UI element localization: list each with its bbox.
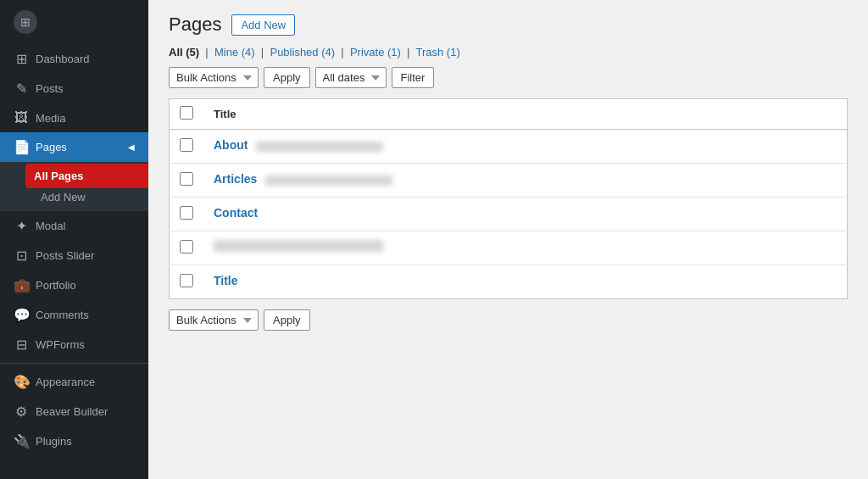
filter-links: All (5) | Mine (4) | Published (4) | Pri… bbox=[169, 46, 848, 58]
sidebar-item-label: Modal bbox=[36, 220, 65, 232]
row-checkbox-cell bbox=[170, 198, 204, 231]
sidebar-item-posts[interactable]: ✎ Posts bbox=[0, 74, 148, 103]
sidebar-item-modal[interactable]: ✦ Modal bbox=[0, 211, 148, 241]
blurred-text bbox=[256, 142, 383, 152]
filter-mine[interactable]: Mine (4) bbox=[214, 46, 255, 58]
sidebar-item-portfolio[interactable]: 💼 Portfolio bbox=[0, 270, 148, 300]
table-row: Articles bbox=[170, 164, 848, 198]
bulk-actions-select-bottom[interactable]: Bulk Actions bbox=[169, 309, 259, 331]
sidebar-item-label: Beaver Builder bbox=[36, 405, 108, 418]
sidebar-item-label: Appearance bbox=[36, 376, 95, 388]
row-checkbox[interactable] bbox=[180, 274, 193, 287]
row-checkbox[interactable] bbox=[180, 138, 193, 152]
sidebar-item-label: Pages bbox=[36, 141, 67, 153]
portfolio-icon: 💼 bbox=[14, 277, 29, 293]
all-dates-select[interactable]: All dates bbox=[315, 67, 387, 88]
main-content: Pages Add New All (5) | Mine (4) | Publi… bbox=[148, 0, 868, 479]
apply-button-top[interactable]: Apply bbox=[264, 67, 310, 88]
row-checkbox[interactable] bbox=[180, 240, 193, 253]
sidebar-item-label: Comments bbox=[36, 309, 89, 321]
sidebar-item-media[interactable]: 🖼 Media bbox=[0, 103, 148, 132]
sidebar-item-label: WPForms bbox=[36, 338, 85, 351]
row-title-cell: About bbox=[203, 130, 848, 164]
appearance-icon: 🎨 bbox=[14, 374, 29, 390]
sidebar-item-posts-slider[interactable]: ⊡ Posts Slider bbox=[0, 241, 148, 270]
sidebar-item-plugins[interactable]: 🔌 Plugins bbox=[0, 426, 148, 456]
blurred-full-text bbox=[214, 240, 383, 252]
comments-icon: 💬 bbox=[14, 307, 29, 323]
posts-icon: ✎ bbox=[14, 81, 29, 97]
sidebar-item-pages[interactable]: 📄 Pages ◀ bbox=[0, 132, 148, 162]
sidebar: ⊞ ⊞ Dashboard ✎ Posts 🖼 Media 📄 Pages ◀ … bbox=[0, 0, 148, 479]
filter-button[interactable]: Filter bbox=[392, 67, 435, 88]
row-checkbox-cell bbox=[170, 164, 204, 198]
filter-published[interactable]: Published (4) bbox=[270, 46, 335, 58]
bottom-toolbar: Bulk Actions Apply bbox=[169, 309, 848, 331]
page-title: Pages bbox=[169, 14, 221, 36]
sidebar-sub-all-pages[interactable]: All Pages bbox=[27, 165, 148, 187]
modal-icon: ✦ bbox=[14, 218, 29, 234]
row-checkbox-cell bbox=[170, 231, 204, 265]
add-new-button[interactable]: Add New bbox=[231, 14, 295, 36]
row-checkbox-cell bbox=[170, 130, 204, 164]
page-link-about[interactable]: About bbox=[214, 138, 248, 152]
sidebar-item-label: Media bbox=[36, 112, 65, 125]
filter-private[interactable]: Private (1) bbox=[350, 46, 401, 58]
row-checkbox[interactable] bbox=[180, 172, 193, 186]
page-header: Pages Add New bbox=[169, 14, 848, 36]
sidebar-item-appearance[interactable]: 🎨 Appearance bbox=[0, 367, 148, 397]
wpforms-icon: ⊟ bbox=[14, 337, 29, 353]
filter-all[interactable]: All (5) bbox=[169, 46, 199, 58]
pages-icon: 📄 bbox=[14, 139, 29, 155]
table-title-header: Title bbox=[203, 99, 848, 130]
sidebar-item-comments[interactable]: 💬 Comments bbox=[0, 300, 148, 330]
page-link-contact[interactable]: Contact bbox=[214, 206, 258, 220]
sidebar-item-label: Dashboard bbox=[36, 53, 90, 65]
media-icon: 🖼 bbox=[14, 110, 29, 125]
row-checkbox[interactable] bbox=[180, 206, 193, 220]
sidebar-item-wpforms[interactable]: ⊟ WPForms bbox=[0, 330, 148, 359]
sidebar-item-beaver-builder[interactable]: ⚙ Beaver Builder bbox=[0, 397, 148, 426]
row-title-cell: Articles bbox=[203, 164, 848, 198]
table-row: Contact bbox=[170, 198, 848, 231]
table-row bbox=[170, 231, 848, 265]
page-link-title[interactable]: Title bbox=[214, 274, 238, 287]
beaver-builder-icon: ⚙ bbox=[14, 404, 29, 420]
row-title-cell: Title bbox=[203, 265, 848, 299]
sidebar-separator bbox=[0, 363, 148, 364]
posts-slider-icon: ⊡ bbox=[14, 248, 29, 264]
row-title-cell bbox=[203, 231, 848, 265]
pages-arrow-icon: ◀ bbox=[128, 142, 135, 152]
plugins-icon: 🔌 bbox=[14, 433, 29, 449]
sidebar-item-label: Posts bbox=[36, 82, 64, 95]
dashboard-icon: ⊞ bbox=[14, 51, 29, 67]
bulk-actions-select-top[interactable]: Bulk Actions bbox=[169, 67, 259, 88]
top-toolbar: Bulk Actions Apply All dates Filter bbox=[169, 67, 848, 88]
wp-logo-icon: ⊞ bbox=[14, 10, 37, 34]
row-checkbox-cell bbox=[170, 265, 204, 299]
sidebar-item-label: Plugins bbox=[36, 435, 72, 448]
row-title-cell: Contact bbox=[203, 198, 848, 231]
sidebar-item-label: Portfolio bbox=[36, 279, 76, 292]
sidebar-sub-add-new[interactable]: Add New bbox=[27, 187, 148, 208]
table-row: Title bbox=[170, 265, 848, 299]
select-all-checkbox[interactable] bbox=[180, 106, 193, 120]
sidebar-logo: ⊞ bbox=[0, 0, 148, 44]
apply-button-bottom[interactable]: Apply bbox=[264, 309, 310, 331]
blurred-text bbox=[265, 175, 392, 186]
sidebar-item-label: Posts Slider bbox=[36, 249, 94, 262]
filter-trash[interactable]: Trash (1) bbox=[415, 46, 459, 58]
table-row: About bbox=[170, 130, 848, 164]
sidebar-item-dashboard[interactable]: ⊞ Dashboard bbox=[0, 44, 148, 74]
table-select-all-header bbox=[170, 99, 204, 130]
pages-table: Title About Articles bbox=[169, 98, 848, 299]
page-link-articles[interactable]: Articles bbox=[214, 172, 257, 186]
